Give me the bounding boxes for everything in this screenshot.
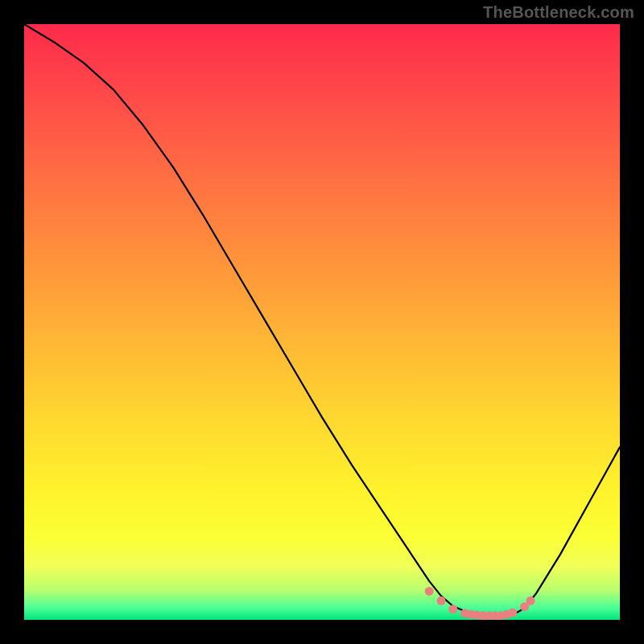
chart-frame: TheBottleneck.com <box>0 0 644 644</box>
highlight-dot <box>437 597 446 605</box>
highlight-dot <box>448 605 457 613</box>
watermark-text: TheBottleneck.com <box>483 3 634 22</box>
highlight-dots <box>425 587 535 620</box>
highlight-dot <box>526 597 535 605</box>
highlight-dot <box>508 609 517 617</box>
plot-area <box>24 24 620 620</box>
chart-svg <box>24 24 620 620</box>
highlight-dot <box>425 587 434 596</box>
bottleneck-curve <box>24 24 620 617</box>
